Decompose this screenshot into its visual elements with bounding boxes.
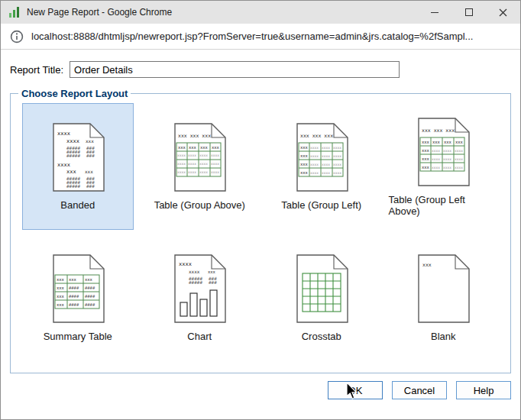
svg-text:xxxx: xxxx [322, 163, 330, 166]
svg-text:xxxx: xxxx [310, 146, 319, 150]
layout-item-table-group-left[interactable]: xxx xxx xxx xxxxxxxxxxxx xxxxxxxxxxxx [266, 103, 377, 230]
maximize-icon [465, 8, 473, 16]
svg-text:####: #### [85, 302, 95, 307]
layout-item-blank[interactable]: xxx Blank [388, 234, 500, 361]
minimize-icon [431, 12, 438, 13]
svg-text:####: #### [69, 302, 79, 307]
svg-text:xxxx: xxxx [199, 162, 208, 166]
svg-text:###: ### [86, 153, 95, 158]
svg-text:xxx: xxx [300, 145, 309, 150]
svg-text:xxxx: xxxx [322, 146, 330, 150]
svg-text:xxxx: xxxx [211, 153, 219, 157]
svg-text:xxxx: xxxx [66, 138, 79, 144]
report-title-row: Report Title: [10, 60, 511, 79]
svg-text:xxx: xxx [422, 148, 430, 153]
svg-text:###: ### [209, 279, 217, 285]
banded-layout-icon: xxxx xxxxxxx ############### ######### x… [49, 122, 107, 192]
svg-text:xxx: xxx [178, 145, 186, 150]
layout-item-label: Blank [431, 331, 456, 342]
svg-text:###: ### [86, 183, 95, 189]
svg-text:xxx xxx xxx: xxx xxx xxx [178, 133, 211, 139]
svg-text:xxxx: xxxx [177, 170, 186, 174]
layout-grid: xxxx xxxxxxx ############### ######### x… [17, 101, 504, 363]
minimize-button[interactable] [417, 1, 451, 24]
svg-text:xxxx: xxxx [188, 153, 196, 157]
svg-text:xxx: xxx [57, 277, 65, 282]
layout-item-label: Crosstab [302, 331, 341, 342]
svg-text:xxxx: xxxx [310, 163, 319, 166]
svg-text:xxx: xxx [57, 302, 65, 307]
svg-text:xxxx: xxxx [57, 131, 70, 137]
layout-item-table-group-above[interactable]: xxx xxx xxx xxxxxxxxxxxx xxxxxxxxxxxxxxx… [144, 103, 256, 230]
maximize-button[interactable] [451, 1, 486, 24]
layout-item-table-group-left-above[interactable]: xxx xxx xxx xxxxxxxxxxxx xxxxxxxxx [388, 103, 500, 230]
table-group-above-icon: xxx xxx xxx xxxxxxxxxxxx xxxxxxxxxxxxxxx… [170, 122, 228, 192]
summary-table-icon: xxxxxxxxx xxxxxxxxx ######## ######## ##… [49, 254, 107, 324]
svg-text:####: #### [85, 294, 95, 299]
svg-text:xxxx: xxxx [211, 162, 219, 166]
ok-button[interactable]: OK [328, 381, 383, 399]
svg-text:xxxx: xxxx [322, 171, 330, 175]
svg-text:xxxx: xxxx [188, 170, 196, 174]
svg-text:#####: ##### [189, 279, 202, 285]
help-button[interactable]: Help [456, 381, 511, 399]
svg-text:xxx: xxx [85, 169, 93, 174]
svg-text:xxxx: xxxx [432, 166, 440, 170]
close-icon [499, 8, 507, 17]
report-title-label: Report Title: [10, 64, 63, 76]
layout-item-crosstab[interactable]: Crosstab [266, 234, 377, 361]
svg-text:xxxx: xxxx [333, 154, 341, 158]
layout-item-label: Table (Group Left Above) [389, 194, 499, 217]
layout-item-summary-table[interactable]: xxxxxxxxx xxxxxxxxx ######## ######## ##… [22, 234, 134, 361]
svg-text:xxxx: xxxx [455, 166, 463, 170]
svg-text:xxx: xxx [200, 145, 209, 150]
svg-text:xxx: xxx [455, 140, 464, 144]
svg-text:xxxx: xxxx [443, 166, 451, 170]
svg-text:#####: ##### [66, 153, 80, 158]
layout-item-label: Banded [60, 199, 95, 211]
site-info-icon[interactable] [10, 30, 24, 44]
crosstab-layout-icon [293, 254, 351, 324]
svg-text:xxxx: xxxx [432, 149, 440, 153]
svg-text:xxx: xxx [432, 140, 441, 144]
svg-text:####: #### [69, 286, 79, 290]
svg-text:xxxx: xxxx [333, 163, 341, 166]
svg-text:xxx: xxx [57, 286, 65, 290]
cancel-button[interactable]: Cancel [392, 381, 447, 399]
title-bar[interactable]: New Page Report - Google Chrome [1, 1, 520, 24]
svg-text:xxxx: xxxx [333, 171, 341, 175]
table-group-left-icon: xxx xxx xxx xxxxxxxxxxxx xxxxxxxxxxxx [293, 122, 351, 192]
svg-text:xxxx: xxxx [189, 269, 200, 274]
layout-group-legend: Choose Report Layout [18, 88, 131, 99]
choose-report-layout-group: Choose Report Layout xxxx xxxxxxx ######… [10, 88, 511, 373]
svg-text:#####: ##### [66, 183, 80, 189]
svg-text:xxx: xxx [69, 277, 77, 282]
svg-text:####: #### [85, 286, 95, 290]
layout-item-label: Table (Group Left) [281, 199, 361, 211]
svg-text:xxxx: xxxx [177, 162, 186, 166]
green-bar-chart-icon [8, 6, 21, 18]
svg-text:xxxx: xxxx [443, 157, 451, 161]
address-bar: localhost:8888/dhtmljsp/newreport.jsp?Fr… [1, 24, 520, 50]
svg-text:xxx: xxx [444, 140, 452, 144]
svg-text:xxxx: xxxx [333, 146, 341, 150]
svg-text:xxxx: xxxx [310, 171, 319, 175]
svg-text:xxx: xxx [57, 294, 65, 299]
svg-text:xxx: xxx [422, 262, 432, 268]
svg-text:####: #### [69, 294, 79, 299]
svg-text:xxx: xxx [208, 270, 216, 274]
layout-item-label: Chart [187, 331, 212, 342]
dialog-buttons: OK Cancel Help [10, 381, 511, 399]
svg-text:xxx: xxx [86, 138, 94, 144]
report-title-input[interactable] [70, 61, 400, 78]
dialog-body: Report Title: Choose Report Layout xxxx … [1, 50, 520, 419]
close-button[interactable] [486, 1, 520, 24]
svg-text:xxx: xxx [422, 165, 430, 170]
svg-text:xxx: xxx [66, 169, 76, 175]
svg-text:xxxx: xxxx [455, 149, 463, 153]
svg-text:xxx: xxx [422, 157, 430, 161]
layout-item-chart[interactable]: xxxx xxxxxxx ########## ###### [144, 234, 256, 361]
layout-item-banded[interactable]: xxxx xxxxxxx ############### ######### x… [22, 103, 134, 230]
svg-text:xxxx: xxxx [188, 162, 196, 166]
svg-text:xxxx: xxxx [443, 149, 451, 153]
